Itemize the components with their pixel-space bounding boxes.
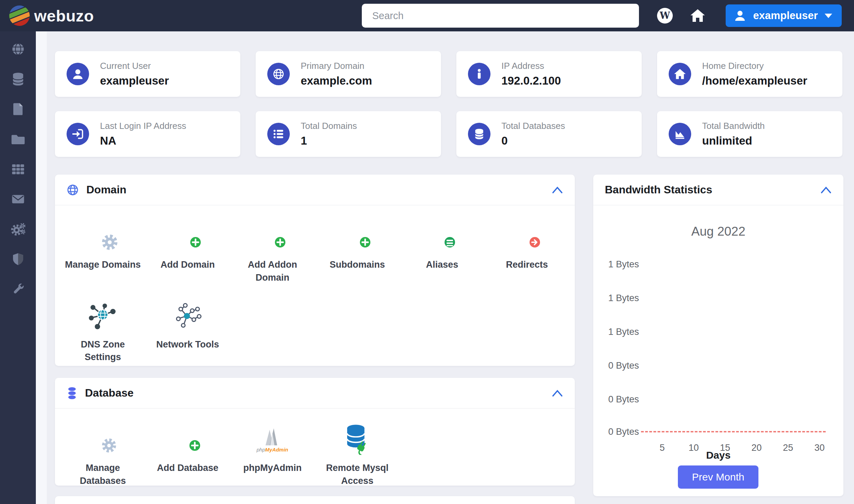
top-navbar: webuzo W exampleuser [0, 0, 854, 31]
globe-plus-icon [171, 219, 204, 252]
sidebar-item-database[interactable] [0, 64, 36, 94]
sidebar-item-settings[interactable] [0, 214, 36, 244]
bandwidth-panel-header: Bandwidth Statistics [593, 175, 843, 205]
webuzo-logo[interactable]: webuzo [8, 4, 94, 27]
y-axis-tick: 1 Bytes [608, 259, 639, 270]
app-label: phpMyAdmin [243, 462, 302, 475]
left-sidebar [0, 31, 36, 504]
app-label: Remote Mysql Access [318, 462, 397, 486]
app-add-addon-domain[interactable]: Add Addon Domain [230, 219, 315, 284]
app-add-domain[interactable]: Add Domain [145, 219, 230, 284]
user-menu-button[interactable]: exampleuser [726, 4, 842, 27]
list-icon [267, 123, 290, 145]
collapse-chevron-up-icon[interactable] [820, 186, 832, 194]
globe-icon [67, 184, 79, 196]
panel-title: Bandwidth Statistics [605, 183, 712, 196]
app-add-database[interactable]: Add Database [145, 422, 230, 486]
app-label: Redirects [506, 258, 548, 271]
app-label: DNS Zone Settings [63, 338, 142, 364]
sidebar-item-apps[interactable] [0, 154, 36, 184]
stat-label: Last Login IP Address [100, 121, 186, 131]
y-axis-tick: 0 Bytes [608, 360, 639, 371]
svg-text:phpMyAdmin: phpMyAdmin [256, 447, 288, 453]
phpmyadmin-logo: phpMyAdmin [248, 422, 296, 455]
y-axis-tick: 1 Bytes [608, 293, 639, 303]
app-manage-domains[interactable]: Manage Domains [60, 219, 145, 284]
app-phpmyadmin[interactable]: phpMyAdmin phpMyAdmin [230, 422, 315, 486]
stat-value: unlimited [702, 134, 765, 147]
collapse-chevron-up-icon[interactable] [552, 389, 563, 397]
database-panel: Database Manage Databases [55, 378, 575, 486]
home-icon[interactable] [689, 7, 707, 25]
card-total-domains: Total Domains 1 [256, 111, 441, 157]
stat-label: Total Databases [501, 121, 565, 131]
sign-in-icon [67, 123, 89, 145]
content-gutter [36, 31, 47, 504]
chart-month-title: Aug 2022 [593, 224, 843, 239]
x-axis-tick: 30 [812, 443, 827, 453]
username-label: exampleuser [753, 10, 818, 22]
gears-icon [11, 222, 25, 236]
stat-label: Total Bandwidth [702, 121, 765, 131]
y-axis-tick: 1 Bytes [608, 327, 639, 337]
app-label: Add Database [157, 462, 218, 475]
sidebar-item-folder[interactable] [0, 124, 36, 154]
sidebar-item-tools[interactable] [0, 274, 36, 304]
stat-value: 1 [301, 134, 357, 147]
database-icon [67, 387, 77, 399]
stat-value: exampleuser [100, 74, 169, 87]
zero-bandwidth-dashed-line [641, 431, 826, 432]
card-current-user: Current User exampleuser [55, 51, 240, 97]
search-input[interactable] [362, 4, 639, 28]
dashboard-main: Current User exampleuser Primary Domain … [47, 31, 854, 504]
collapse-chevron-up-icon[interactable] [552, 186, 563, 194]
globe-list-icon [426, 219, 458, 252]
app-redirects[interactable]: Redirects [485, 219, 570, 284]
stat-label: Primary Domain [301, 61, 372, 71]
app-subdomains[interactable]: Subdomains [315, 219, 400, 284]
globe-gear-icon [86, 219, 119, 252]
card-last-login-ip: Last Login IP Address NA [55, 111, 240, 157]
app-manage-databases[interactable]: Manage Databases [60, 422, 145, 486]
stat-label: Home Directory [702, 61, 807, 71]
card-ip-address: IP Address 192.0.2.100 [456, 51, 642, 97]
prev-month-button[interactable]: Prev Month [678, 465, 758, 489]
stat-value: example.com [301, 74, 372, 87]
database-panel-header: Database [55, 378, 575, 409]
app-network-tools[interactable]: Network Tools [145, 299, 230, 364]
stat-label: IP Address [501, 61, 561, 71]
app-dns-zone-settings[interactable]: DNS Zone Settings [60, 299, 145, 364]
database-app-grid: Manage Databases Add Database [55, 409, 575, 486]
wordpress-icon[interactable]: W [656, 7, 674, 25]
app-aliases[interactable]: Aliases [400, 219, 485, 284]
sidebar-item-files[interactable] [0, 94, 36, 124]
stat-value: 0 [501, 134, 565, 147]
stats-cards: Current User exampleuser Primary Domain … [55, 51, 854, 157]
home-icon [669, 63, 691, 85]
brand-name: webuzo [34, 6, 94, 25]
sidebar-item-mail[interactable] [0, 184, 36, 214]
svg-text:W: W [659, 10, 670, 21]
stat-label: Total Domains [301, 121, 357, 131]
globe-icon [267, 63, 290, 85]
y-axis-tick: 0 Bytes [608, 394, 639, 405]
apps-grid-icon [11, 162, 25, 176]
domain-panel-header: Domain [55, 175, 575, 205]
chart-icon [669, 123, 691, 145]
app-label: Add Domain [160, 258, 215, 271]
sidebar-item-security[interactable] [0, 244, 36, 274]
stat-value: 192.0.2.100 [501, 74, 561, 87]
shield-icon [11, 252, 25, 266]
app-label: Manage Domains [65, 258, 141, 271]
sidebar-item-domain[interactable] [0, 34, 36, 64]
panel-title: Domain [86, 183, 126, 196]
app-remote-mysql-access[interactable]: Remote Mysql Access [315, 422, 400, 486]
globe-arrow-icon [511, 219, 543, 252]
globe-plus-icon [341, 219, 374, 252]
network-nodes-icon [173, 299, 202, 331]
card-total-bandwidth: Total Bandwidth unlimited [657, 111, 842, 157]
mail-icon [11, 192, 25, 206]
chevron-down-icon [825, 14, 832, 18]
database-icon [11, 72, 25, 86]
card-total-databases: Total Databases 0 [456, 111, 642, 157]
